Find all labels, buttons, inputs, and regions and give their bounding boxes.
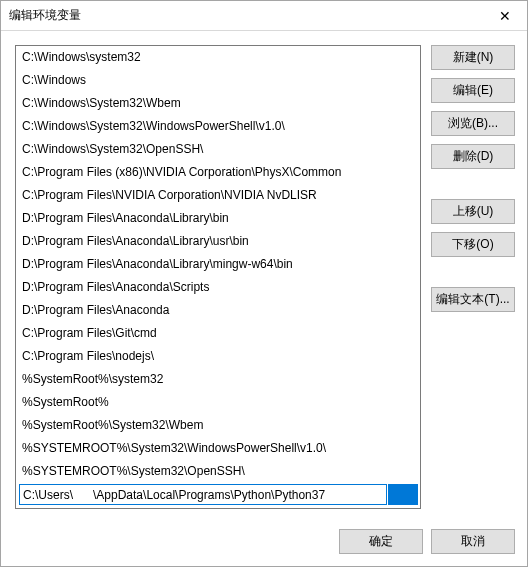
edit-text-button[interactable]: 编辑文本(T)... <box>431 287 515 312</box>
path-list-item[interactable]: C:\Program Files\NVIDIA Corporation\NVID… <box>16 184 420 207</box>
path-list-item[interactable]: C:\Windows\System32\OpenSSH\ <box>16 138 420 161</box>
path-list-item[interactable]: C:\Program Files\nodejs\ <box>16 345 420 368</box>
move-down-button[interactable]: 下移(O) <box>431 232 515 257</box>
side-button-column: 新建(N) 编辑(E) 浏览(B)... 删除(D) 上移(U) 下移(O) 编… <box>431 45 515 510</box>
path-list-item[interactable]: D:\Program Files\Anaconda\Scripts <box>16 276 420 299</box>
env-var-edit-dialog: 编辑环境变量 ✕ C:\Windows\system32C:\WindowsC:… <box>0 0 528 567</box>
path-list-item[interactable]: D:\Program Files\Anaconda\Library\mingw-… <box>16 253 420 276</box>
titlebar: 编辑环境变量 ✕ <box>1 1 527 31</box>
dialog-footer: 确定 取消 <box>1 516 527 566</box>
window-title: 编辑环境变量 <box>9 7 482 24</box>
cancel-button[interactable]: 取消 <box>431 529 515 554</box>
browse-button[interactable]: 浏览(B)... <box>431 111 515 136</box>
path-list-item[interactable]: C:\Windows <box>16 69 420 92</box>
path-list-item[interactable]: %SystemRoot% <box>16 391 420 414</box>
path-list-item[interactable]: C:\Program Files (x86)\NVIDIA Corporatio… <box>16 161 420 184</box>
path-list-item[interactable]: C:\Windows\System32\WindowsPowerShell\v1… <box>16 115 420 138</box>
content-area: C:\Windows\system32C:\WindowsC:\Windows\… <box>1 31 527 516</box>
path-listbox[interactable]: C:\Windows\system32C:\WindowsC:\Windows\… <box>15 45 421 509</box>
path-list-item-editing[interactable] <box>16 483 420 506</box>
path-list-item[interactable]: D:\Program Files\Anaconda\Library\usr\bi… <box>16 230 420 253</box>
path-list-item[interactable]: %SYSTEMROOT%\System32\WindowsPowerShell\… <box>16 437 420 460</box>
path-list-item[interactable]: C:\Windows\System32\Wbem <box>16 92 420 115</box>
close-icon: ✕ <box>499 8 511 24</box>
path-list-item[interactable]: C:\Program Files\Git\cmd <box>16 322 420 345</box>
move-up-button[interactable]: 上移(U) <box>431 199 515 224</box>
path-list-item[interactable]: %SystemRoot%\system32 <box>16 368 420 391</box>
path-list-item[interactable]: D:\Program Files\Anaconda <box>16 299 420 322</box>
edit-button[interactable]: 编辑(E) <box>431 78 515 103</box>
path-list-item[interactable]: %SystemRoot%\System32\Wbem <box>16 414 420 437</box>
close-button[interactable]: ✕ <box>482 1 527 31</box>
path-list-item[interactable]: D:\Program Files\Anaconda\Library\bin <box>16 207 420 230</box>
new-button[interactable]: 新建(N) <box>431 45 515 70</box>
path-edit-input[interactable] <box>19 484 387 505</box>
ok-button[interactable]: 确定 <box>339 529 423 554</box>
path-list-item[interactable]: %SYSTEMROOT%\System32\OpenSSH\ <box>16 460 420 483</box>
selection-highlight <box>388 484 418 505</box>
delete-button[interactable]: 删除(D) <box>431 144 515 169</box>
path-list-item[interactable]: C:\Windows\system32 <box>16 46 420 69</box>
